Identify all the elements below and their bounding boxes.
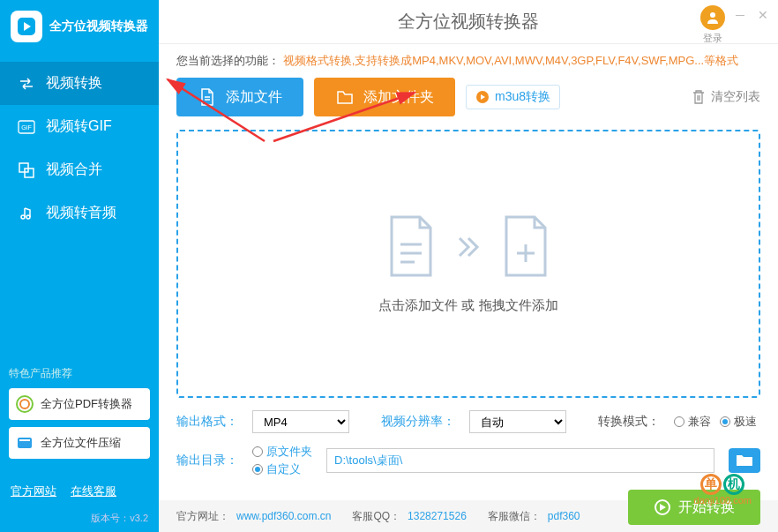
site-link[interactable]: www.pdf360.com.cn bbox=[236, 510, 331, 522]
promo-label: 全方位PDF转换器 bbox=[41, 396, 132, 412]
login-button[interactable]: 登录 bbox=[700, 5, 725, 45]
resolution-label: 视频分辨率： bbox=[381, 414, 455, 430]
m3u8-button[interactable]: m3u8转换 bbox=[466, 85, 560, 109]
folder-icon bbox=[736, 453, 753, 468]
promo-compress[interactable]: 全方位文件压缩 bbox=[9, 427, 150, 459]
window-controls: ─ ✕ bbox=[732, 7, 771, 23]
nav-label: 视频合并 bbox=[46, 161, 102, 179]
add-folder-label: 添加文件夹 bbox=[363, 88, 434, 107]
promo-title: 特色产品推荐 bbox=[9, 366, 150, 381]
add-file-label: 添加文件 bbox=[226, 88, 282, 107]
svg-point-5 bbox=[21, 215, 25, 219]
convert-label: 开始转换 bbox=[678, 498, 735, 517]
radio-icon bbox=[252, 446, 263, 457]
format-select[interactable]: MP4 bbox=[252, 410, 349, 433]
link-support[interactable]: 在线客服 bbox=[71, 483, 116, 499]
nav-video-merge[interactable]: 视频合并 bbox=[0, 148, 159, 191]
logo-text: 全方位视频转换器 bbox=[49, 19, 148, 34]
svg-rect-4 bbox=[25, 169, 34, 177]
browse-folder-button[interactable] bbox=[729, 448, 760, 473]
wechat-value: pdf360 bbox=[548, 510, 580, 522]
close-button[interactable]: ✕ bbox=[755, 7, 771, 23]
link-site[interactable]: 官方网站 bbox=[11, 483, 56, 499]
drop-icons bbox=[385, 214, 552, 280]
clear-label: 清空列表 bbox=[711, 89, 760, 105]
trash-icon bbox=[692, 89, 706, 105]
nav-video-audio[interactable]: 视频转音频 bbox=[0, 191, 159, 235]
nav-label: 视频转换 bbox=[46, 74, 102, 93]
format-label: 输出格式： bbox=[176, 414, 238, 430]
mode-fast[interactable]: 极速 bbox=[720, 414, 757, 430]
svg-rect-9 bbox=[18, 438, 32, 448]
qq-value: 1328271526 bbox=[408, 510, 467, 522]
music-icon bbox=[18, 205, 35, 222]
file-icon bbox=[198, 87, 217, 107]
m3u8-icon bbox=[475, 90, 490, 104]
svg-point-8 bbox=[20, 400, 29, 408]
file-icon bbox=[385, 214, 438, 280]
output-label: 输出目录： bbox=[176, 453, 238, 468]
radio-icon bbox=[720, 416, 730, 427]
svg-point-11 bbox=[710, 12, 715, 18]
drop-text: 点击添加文件 或 拖拽文件添加 bbox=[378, 297, 557, 314]
login-label: 登录 bbox=[703, 33, 722, 43]
mode-compat[interactable]: 兼容 bbox=[674, 414, 711, 430]
promo-pdf[interactable]: 全方位PDF转换器 bbox=[9, 388, 150, 420]
output-custom[interactable]: 自定义 bbox=[252, 461, 312, 477]
qq-label: 客服QQ： bbox=[352, 509, 400, 524]
add-file-button[interactable]: 添加文件 bbox=[176, 78, 303, 116]
promo-label: 全方位文件压缩 bbox=[41, 435, 121, 451]
output-radio-group: 原文件夹 自定义 bbox=[252, 444, 312, 477]
compress-icon bbox=[16, 434, 34, 452]
merge-icon bbox=[18, 161, 35, 179]
minimize-button[interactable]: ─ bbox=[732, 7, 748, 23]
site-label: 官方网址： bbox=[176, 509, 229, 524]
logo-icon bbox=[11, 11, 42, 42]
radio-icon bbox=[674, 416, 684, 427]
svg-point-7 bbox=[17, 396, 33, 412]
version: 版本号：v3.2 bbox=[0, 508, 159, 532]
folder-icon bbox=[335, 87, 355, 107]
function-description: 您当前选择的功能： 视频格式转换,支持转换成MP4,MKV,MOV,AVI,MW… bbox=[176, 53, 760, 69]
add-folder-button[interactable]: 添加文件夹 bbox=[314, 78, 455, 116]
svg-rect-10 bbox=[19, 439, 30, 441]
nav-label: 视频转GIF bbox=[46, 117, 112, 136]
resolution-select[interactable]: 自动 bbox=[469, 410, 566, 433]
output-original[interactable]: 原文件夹 bbox=[252, 444, 312, 460]
func-desc: 视频格式转换,支持转换成MP4,MKV,MOV,AVI,MWV,M4V,3GP,… bbox=[283, 54, 739, 67]
options: 输出格式： MP4 视频分辨率： 自动 转换模式： 兼容 极速 输出目录： 原文… bbox=[159, 398, 778, 500]
nav-label: 视频转音频 bbox=[46, 204, 116, 222]
convert-icon bbox=[654, 498, 671, 516]
m3u8-label: m3u8转换 bbox=[495, 89, 550, 105]
promo-section: 特色产品推荐 全方位PDF转换器 全方位文件压缩 bbox=[0, 357, 159, 475]
gif-icon: GIF bbox=[18, 118, 35, 136]
avatar-icon bbox=[700, 5, 725, 30]
nav-list: 视频转换 GIF 视频转GIF 视频合并 视频转音频 bbox=[0, 62, 159, 235]
file-add-icon bbox=[499, 214, 552, 280]
radio-icon bbox=[252, 464, 263, 475]
drop-zone[interactable]: 点击添加文件 或 拖拽文件添加 bbox=[176, 130, 760, 398]
convert-button[interactable]: 开始转换 bbox=[628, 490, 760, 525]
func-label: 您当前选择的功能： bbox=[176, 54, 280, 67]
nav-video-convert[interactable]: 视频转换 bbox=[0, 62, 159, 105]
mode-radio-group: 兼容 极速 bbox=[674, 414, 757, 430]
output-path-input[interactable] bbox=[326, 448, 714, 473]
content: 您当前选择的功能： 视频格式转换,支持转换成MP4,MKV,MOV,AVI,MW… bbox=[159, 44, 778, 398]
footer-links: 官方网站 在线客服 bbox=[0, 475, 159, 508]
main: 全方位视频转换器 登录 ─ ✕ 您当前选择的功能： 视频格式转换,支持转换成MP… bbox=[159, 0, 778, 532]
pdf-icon bbox=[16, 395, 34, 413]
wechat-label: 客服微信： bbox=[488, 509, 541, 524]
clear-list-button[interactable]: 清空列表 bbox=[692, 89, 760, 105]
convert-icon bbox=[18, 75, 35, 93]
nav-video-gif[interactable]: GIF 视频转GIF bbox=[0, 105, 159, 148]
svg-rect-3 bbox=[19, 163, 28, 172]
action-row: 添加文件 添加文件夹 m3u8转换 清空列表 bbox=[176, 78, 760, 116]
mode-label: 转换模式： bbox=[598, 414, 660, 430]
app-title: 全方位视频转换器 bbox=[398, 10, 539, 34]
svg-point-6 bbox=[26, 215, 30, 219]
svg-text:GIF: GIF bbox=[21, 124, 32, 131]
titlebar: 全方位视频转换器 登录 ─ ✕ bbox=[159, 0, 778, 44]
logo: 全方位视频转换器 bbox=[0, 0, 159, 53]
arrow-icon bbox=[455, 234, 482, 260]
sidebar: 全方位视频转换器 视频转换 GIF 视频转GIF 视频合并 视频转音频 特色产品… bbox=[0, 0, 159, 532]
